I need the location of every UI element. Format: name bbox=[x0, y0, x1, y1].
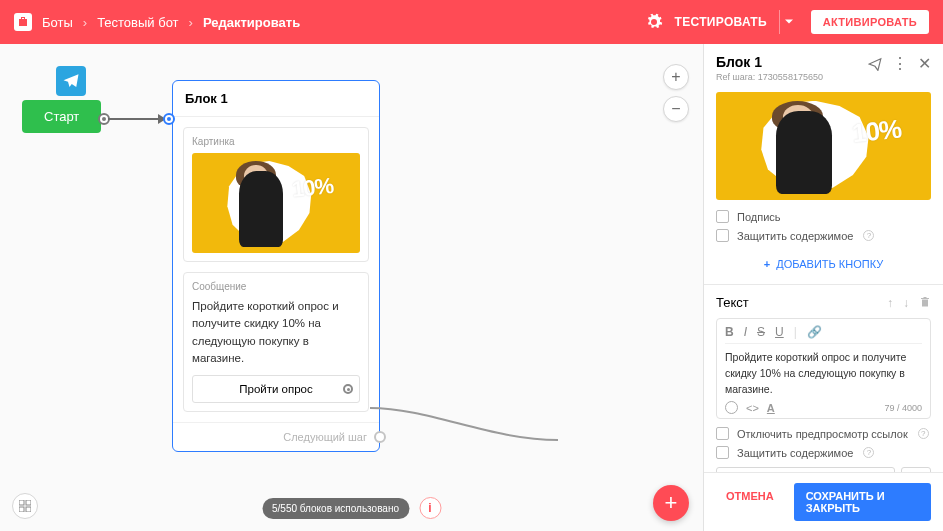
delete-icon[interactable] bbox=[919, 296, 931, 308]
message-button[interactable]: Пройти опрос bbox=[192, 375, 360, 403]
start-node[interactable]: Старт bbox=[22, 100, 101, 133]
svg-rect-2 bbox=[26, 500, 31, 505]
breadcrumb-bot-name[interactable]: Тестовый бот bbox=[97, 15, 178, 30]
panel-add-button[interactable]: + bbox=[901, 467, 931, 472]
panel-title: Блок 1 bbox=[716, 54, 868, 70]
code-icon[interactable]: <> bbox=[746, 402, 759, 414]
message-card: Сообщение Пройдите короткий опрос и полу… bbox=[183, 272, 369, 412]
cancel-button[interactable]: ОТМЕНА bbox=[716, 483, 784, 521]
panel-image-preview[interactable]: 10% bbox=[716, 92, 931, 200]
activate-button[interactable]: АКТИВИРОВАТЬ bbox=[811, 10, 929, 34]
protect-content-label-1: Защитить содержимое bbox=[737, 230, 853, 242]
edge-start-to-block1 bbox=[108, 106, 170, 126]
zoom-out-button[interactable]: − bbox=[663, 96, 689, 122]
breadcrumb: Боты › Тестовый бот › Редактировать bbox=[14, 13, 300, 31]
info-icon[interactable]: ? bbox=[918, 428, 929, 439]
test-button[interactable]: ТЕСТИРОВАТЬ bbox=[675, 15, 767, 29]
picture-label: Картинка bbox=[192, 136, 360, 147]
chevron-right-icon: › bbox=[189, 15, 193, 30]
bold-icon[interactable]: B bbox=[725, 325, 734, 339]
svg-rect-1 bbox=[19, 500, 24, 505]
block1-port-in[interactable] bbox=[163, 113, 175, 125]
link-icon[interactable]: 🔗 bbox=[807, 325, 822, 339]
usage-badge: 5/550 блоков использовано bbox=[262, 498, 409, 519]
caption-checkbox[interactable] bbox=[716, 210, 729, 223]
gear-icon[interactable] bbox=[645, 13, 663, 31]
send-icon[interactable] bbox=[868, 57, 882, 71]
telegram-icon bbox=[56, 66, 86, 96]
next-step-port-out[interactable] bbox=[374, 431, 386, 443]
grid-toggle-button[interactable] bbox=[12, 493, 38, 519]
italic-icon[interactable]: I bbox=[744, 325, 747, 339]
svg-rect-3 bbox=[19, 507, 24, 512]
zoom-in-button[interactable]: + bbox=[663, 64, 689, 90]
svg-rect-4 bbox=[26, 507, 31, 512]
panel-action-button[interactable]: Пройти опрос bbox=[716, 467, 895, 472]
char-counter: 79 / 4000 bbox=[884, 403, 922, 413]
protect-content-label-2: Защитить содержимое bbox=[737, 447, 853, 459]
text-section-title: Текст bbox=[716, 295, 887, 310]
emoji-icon[interactable] bbox=[725, 401, 738, 414]
underline-icon[interactable]: U bbox=[775, 325, 784, 339]
breadcrumb-edit: Редактировать bbox=[203, 15, 300, 30]
info-icon[interactable]: ? bbox=[863, 230, 874, 241]
add-block-fab[interactable]: + bbox=[653, 485, 689, 521]
add-button-link[interactable]: ДОБАВИТЬ КНОПКУ bbox=[716, 248, 931, 284]
strike-icon[interactable]: S bbox=[757, 325, 765, 339]
info-icon[interactable]: ? bbox=[863, 447, 874, 458]
message-label: Сообщение bbox=[192, 281, 360, 292]
panel-ref: Ref шага: 1730558175650 bbox=[716, 72, 868, 82]
app-logo-icon bbox=[14, 13, 32, 31]
picture-card: Картинка 10% bbox=[183, 127, 369, 262]
caption-label: Подпись bbox=[737, 211, 781, 223]
breadcrumb-bots[interactable]: Боты bbox=[42, 15, 73, 30]
text-editor[interactable]: B I S U | 🔗 Пройдите короткий опрос и по… bbox=[716, 318, 931, 419]
more-icon[interactable]: ⋮ bbox=[892, 56, 908, 72]
disable-preview-label: Отключить предпросмотр ссылок bbox=[737, 428, 908, 440]
text-color-icon[interactable]: A bbox=[767, 402, 775, 414]
protect-content-checkbox-1[interactable] bbox=[716, 229, 729, 242]
flow-canvas[interactable]: Старт Блок 1 Картинка 10% Сообщение bbox=[0, 44, 703, 531]
next-step[interactable]: Следующий шаг bbox=[173, 422, 379, 451]
app-header: Боты › Тестовый бот › Редактировать ТЕСТ… bbox=[0, 0, 943, 44]
test-dropdown-caret[interactable] bbox=[779, 10, 799, 34]
disable-preview-checkbox[interactable] bbox=[716, 427, 729, 440]
message-text: Пройдите короткий опрос и получите скидк… bbox=[192, 298, 360, 367]
editor-content[interactable]: Пройдите короткий опрос и получите скидк… bbox=[725, 350, 922, 397]
button-port-out[interactable] bbox=[343, 384, 353, 394]
properties-panel: Блок 1 Ref шага: 1730558175650 ⋮ ✕ 10% bbox=[703, 44, 943, 531]
block1-title: Блок 1 bbox=[173, 81, 379, 117]
chevron-right-icon: › bbox=[83, 15, 87, 30]
save-button[interactable]: СОХРАНИТЬ И ЗАКРЫТЬ bbox=[794, 483, 931, 521]
info-button[interactable]: i bbox=[419, 497, 441, 519]
edge-block1-to-panel bbox=[370, 400, 560, 460]
move-up-icon[interactable]: ↑ bbox=[887, 296, 893, 310]
picture-preview: 10% bbox=[192, 153, 360, 253]
protect-content-checkbox-2[interactable] bbox=[716, 446, 729, 459]
block1-node[interactable]: Блок 1 Картинка 10% Сообщение Пройдите к… bbox=[172, 80, 380, 452]
move-down-icon[interactable]: ↓ bbox=[903, 296, 909, 310]
close-icon[interactable]: ✕ bbox=[918, 54, 931, 73]
